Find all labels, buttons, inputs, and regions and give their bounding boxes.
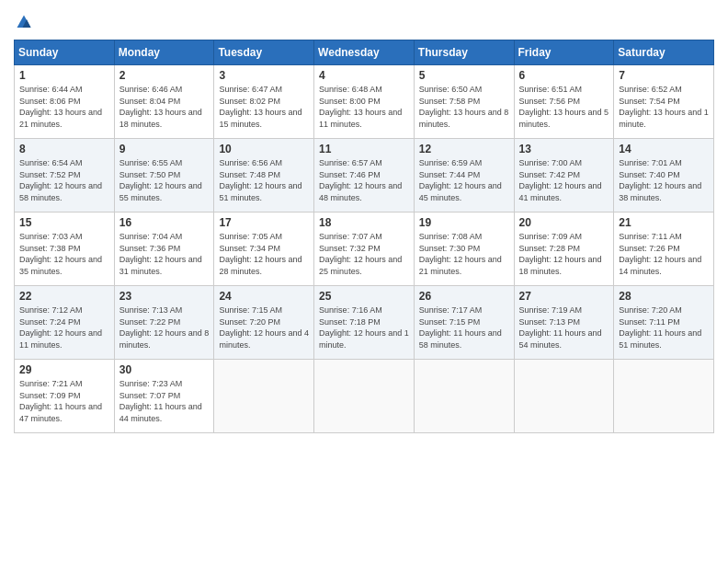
weekday-header-wednesday: Wednesday <box>314 40 415 65</box>
day-info: Sunrise: 6:44 AM Sunset: 8:06 PM Dayligh… <box>19 85 102 129</box>
calendar-cell: 9 Sunrise: 6:55 AM Sunset: 7:50 PM Dayli… <box>114 139 214 213</box>
day-number: 14 <box>619 143 709 155</box>
calendar-cell: 25 Sunrise: 7:16 AM Sunset: 7:18 PM Dayl… <box>314 286 415 360</box>
day-info: Sunrise: 6:56 AM Sunset: 7:48 PM Dayligh… <box>219 158 301 202</box>
day-number: 11 <box>319 143 409 155</box>
calendar-cell: 22 Sunrise: 7:12 AM Sunset: 7:24 PM Dayl… <box>15 286 115 360</box>
calendar-cell: 19 Sunrise: 7:08 AM Sunset: 7:30 PM Dayl… <box>414 213 514 286</box>
day-info: Sunrise: 7:04 AM Sunset: 7:36 PM Dayligh… <box>119 232 202 276</box>
day-number: 20 <box>519 216 609 229</box>
week-row-5: 29 Sunrise: 7:21 AM Sunset: 7:09 PM Dayl… <box>15 360 714 433</box>
day-number: 23 <box>119 290 210 303</box>
day-number: 8 <box>19 143 109 155</box>
logo <box>14 14 87 30</box>
calendar-cell: 28 Sunrise: 7:20 AM Sunset: 7:11 PM Dayl… <box>614 286 714 360</box>
day-number: 13 <box>519 143 609 155</box>
day-info: Sunrise: 7:00 AM Sunset: 7:42 PM Dayligh… <box>519 158 602 202</box>
week-row-4: 22 Sunrise: 7:12 AM Sunset: 7:24 PM Dayl… <box>15 286 714 360</box>
day-number: 29 <box>19 363 109 376</box>
day-info: Sunrise: 7:12 AM Sunset: 7:24 PM Dayligh… <box>19 305 102 350</box>
calendar-cell: 26 Sunrise: 7:17 AM Sunset: 7:15 PM Dayl… <box>414 286 514 360</box>
day-info: Sunrise: 7:16 AM Sunset: 7:18 PM Dayligh… <box>319 305 409 350</box>
calendar-cell: 17 Sunrise: 7:05 AM Sunset: 7:34 PM Dayl… <box>214 213 314 286</box>
page-container: SundayMondayTuesdayWednesdayThursdayFrid… <box>14 14 714 433</box>
calendar-cell: 20 Sunrise: 7:09 AM Sunset: 7:28 PM Dayl… <box>514 213 614 286</box>
day-number: 2 <box>119 69 210 82</box>
calendar-cell: 12 Sunrise: 6:59 AM Sunset: 7:44 PM Dayl… <box>414 139 514 213</box>
title-area <box>106 14 714 16</box>
day-number: 26 <box>419 290 509 303</box>
day-info: Sunrise: 7:20 AM Sunset: 7:11 PM Dayligh… <box>619 305 701 350</box>
day-info: Sunrise: 7:05 AM Sunset: 7:34 PM Dayligh… <box>219 232 301 276</box>
calendar-cell: 10 Sunrise: 6:56 AM Sunset: 7:48 PM Dayl… <box>214 139 314 213</box>
day-info: Sunrise: 6:46 AM Sunset: 8:04 PM Dayligh… <box>119 85 202 129</box>
calendar-cell: 2 Sunrise: 6:46 AM Sunset: 8:04 PM Dayli… <box>114 65 214 139</box>
day-info: Sunrise: 7:08 AM Sunset: 7:30 PM Dayligh… <box>419 232 502 276</box>
day-info: Sunrise: 7:15 AM Sunset: 7:20 PM Dayligh… <box>219 305 309 350</box>
calendar-cell: 7 Sunrise: 6:52 AM Sunset: 7:54 PM Dayli… <box>614 65 714 139</box>
calendar-cell <box>614 360 714 433</box>
calendar-cell: 29 Sunrise: 7:21 AM Sunset: 7:09 PM Dayl… <box>15 360 115 433</box>
day-info: Sunrise: 6:55 AM Sunset: 7:50 PM Dayligh… <box>119 158 202 202</box>
weekday-header-friday: Friday <box>514 40 614 65</box>
day-number: 5 <box>419 69 509 82</box>
day-info: Sunrise: 6:48 AM Sunset: 8:00 PM Dayligh… <box>319 85 402 129</box>
calendar-cell: 16 Sunrise: 7:04 AM Sunset: 7:36 PM Dayl… <box>114 213 214 286</box>
day-number: 21 <box>619 216 709 229</box>
calendar-cell: 5 Sunrise: 6:50 AM Sunset: 7:58 PM Dayli… <box>414 65 514 139</box>
day-info: Sunrise: 6:52 AM Sunset: 7:54 PM Dayligh… <box>619 85 709 129</box>
day-number: 30 <box>119 363 210 376</box>
calendar-cell: 27 Sunrise: 7:19 AM Sunset: 7:13 PM Dayl… <box>514 286 614 360</box>
day-number: 17 <box>219 216 309 229</box>
day-info: Sunrise: 7:07 AM Sunset: 7:32 PM Dayligh… <box>319 232 402 276</box>
calendar-cell: 21 Sunrise: 7:11 AM Sunset: 7:26 PM Dayl… <box>614 213 714 286</box>
day-number: 12 <box>419 143 509 155</box>
day-info: Sunrise: 7:01 AM Sunset: 7:40 PM Dayligh… <box>619 158 701 202</box>
day-info: Sunrise: 7:03 AM Sunset: 7:38 PM Dayligh… <box>19 232 102 276</box>
calendar-cell: 4 Sunrise: 6:48 AM Sunset: 8:00 PM Dayli… <box>314 65 415 139</box>
calendar-cell <box>214 360 314 433</box>
day-number: 16 <box>119 216 210 229</box>
day-number: 3 <box>219 69 309 82</box>
day-number: 22 <box>19 290 109 303</box>
day-info: Sunrise: 6:57 AM Sunset: 7:46 PM Dayligh… <box>319 158 402 202</box>
calendar-table: SundayMondayTuesdayWednesdayThursdayFrid… <box>14 40 714 433</box>
calendar-cell: 13 Sunrise: 7:00 AM Sunset: 7:42 PM Dayl… <box>514 139 614 213</box>
calendar-cell: 11 Sunrise: 6:57 AM Sunset: 7:46 PM Dayl… <box>314 139 415 213</box>
calendar-cell: 8 Sunrise: 6:54 AM Sunset: 7:52 PM Dayli… <box>15 139 115 213</box>
day-info: Sunrise: 7:17 AM Sunset: 7:15 PM Dayligh… <box>419 305 502 350</box>
calendar-cell <box>414 360 514 433</box>
day-info: Sunrise: 6:47 AM Sunset: 8:02 PM Dayligh… <box>219 85 301 129</box>
weekday-header-row: SundayMondayTuesdayWednesdayThursdayFrid… <box>15 40 714 65</box>
calendar-cell: 30 Sunrise: 7:23 AM Sunset: 7:07 PM Dayl… <box>114 360 214 433</box>
day-number: 19 <box>419 216 509 229</box>
day-info: Sunrise: 7:19 AM Sunset: 7:13 PM Dayligh… <box>519 305 602 350</box>
day-info: Sunrise: 7:11 AM Sunset: 7:26 PM Dayligh… <box>619 232 701 276</box>
day-number: 27 <box>519 290 609 303</box>
day-number: 24 <box>219 290 309 303</box>
weekday-header-thursday: Thursday <box>414 40 514 65</box>
day-number: 9 <box>119 143 210 155</box>
calendar-cell: 14 Sunrise: 7:01 AM Sunset: 7:40 PM Dayl… <box>614 139 714 213</box>
day-info: Sunrise: 6:59 AM Sunset: 7:44 PM Dayligh… <box>419 158 502 202</box>
weekday-header-sunday: Sunday <box>15 40 115 65</box>
calendar-cell <box>514 360 614 433</box>
day-info: Sunrise: 6:54 AM Sunset: 7:52 PM Dayligh… <box>19 158 102 202</box>
week-row-2: 8 Sunrise: 6:54 AM Sunset: 7:52 PM Dayli… <box>15 139 714 213</box>
header <box>14 14 714 30</box>
calendar-cell: 18 Sunrise: 7:07 AM Sunset: 7:32 PM Dayl… <box>314 213 415 286</box>
day-number: 1 <box>19 69 109 82</box>
day-info: Sunrise: 7:09 AM Sunset: 7:28 PM Dayligh… <box>519 232 602 276</box>
calendar-cell <box>314 360 415 433</box>
day-number: 15 <box>19 216 109 229</box>
day-number: 4 <box>319 69 409 82</box>
calendar-cell: 3 Sunrise: 6:47 AM Sunset: 8:02 PM Dayli… <box>214 65 314 139</box>
calendar-cell: 23 Sunrise: 7:13 AM Sunset: 7:22 PM Dayl… <box>114 286 214 360</box>
weekday-header-monday: Monday <box>114 40 214 65</box>
day-number: 28 <box>619 290 709 303</box>
week-row-3: 15 Sunrise: 7:03 AM Sunset: 7:38 PM Dayl… <box>15 213 714 286</box>
day-info: Sunrise: 7:23 AM Sunset: 7:07 PM Dayligh… <box>119 379 202 423</box>
day-number: 6 <box>519 69 609 82</box>
day-info: Sunrise: 7:21 AM Sunset: 7:09 PM Dayligh… <box>19 379 102 423</box>
calendar-cell: 15 Sunrise: 7:03 AM Sunset: 7:38 PM Dayl… <box>15 213 115 286</box>
